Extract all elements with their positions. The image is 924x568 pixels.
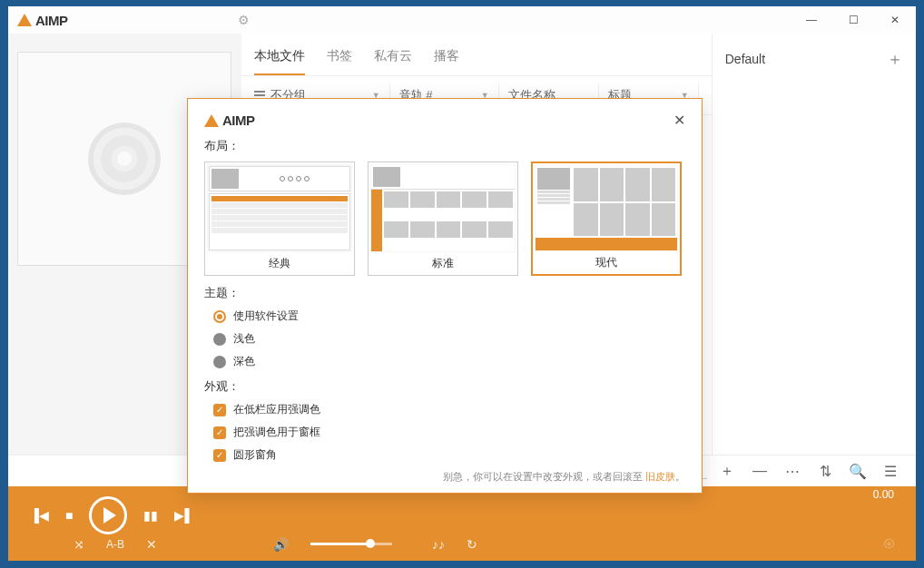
- right-sidebar-header: Default ＋: [725, 48, 903, 70]
- app-name: AIMP: [35, 13, 68, 28]
- appearance-label-0: 在低栏应用强调色: [233, 402, 320, 417]
- dialog-brand: AIMP: [222, 113, 255, 128]
- theme-label-light: 浅色: [233, 331, 255, 347]
- logo-icon: [17, 14, 32, 26]
- layout-option-standard[interactable]: 标准: [368, 162, 518, 276]
- play-icon: [103, 507, 116, 524]
- volume-icon[interactable]: 🔊: [273, 537, 289, 552]
- shuffle-button[interactable]: ⤨: [74, 537, 84, 552]
- player-bar: 0.00 ▐◀ ■ ▮▮ ▶▌ ⤨ A-B ✕ 🔊 ♪♪ ↻ ⦾: [8, 486, 916, 561]
- layout-label-standard: 标准: [370, 252, 516, 273]
- player-controls: ▐◀ ■ ▮▮ ▶▌: [8, 494, 916, 536]
- radio-icon: [213, 310, 226, 323]
- dialog-logo: AIMP: [204, 113, 255, 128]
- appearance-option-accent-bottom[interactable]: ✓在低栏应用强调色: [213, 402, 685, 417]
- logo-icon: [204, 114, 219, 127]
- more-button[interactable]: ⋯: [780, 461, 805, 481]
- theme-section-label: 主题：: [204, 285, 685, 301]
- pause-button[interactable]: ▮▮: [143, 508, 158, 523]
- appearance-option-rounded[interactable]: ✓圆形窗角: [213, 447, 685, 463]
- appearance-label-1: 把强调色用于窗框: [233, 425, 320, 440]
- close-button[interactable]: ✕: [874, 6, 916, 34]
- remove-button[interactable]: —: [747, 461, 772, 481]
- theme-options: 使用软件设置 浅色 深色: [204, 308, 685, 369]
- disc-icon: [88, 122, 161, 195]
- equalizer-button[interactable]: ♪♪: [432, 537, 445, 552]
- tab-local[interactable]: 本地文件: [254, 48, 305, 75]
- left-header: AIMP ⚙: [8, 13, 259, 28]
- dialog-header: AIMP ✕: [204, 112, 685, 129]
- dialog-footer: 别急，你可以在设置中改变外观，或者回滚至 旧皮肤。: [204, 470, 685, 484]
- radio-icon: [213, 356, 226, 368]
- add-button[interactable]: ＋: [714, 461, 740, 481]
- layout-section-label: 布局：: [204, 138, 685, 154]
- layout-preview-classic: [207, 164, 352, 252]
- checkbox-icon: ✓: [213, 426, 226, 439]
- sort-button[interactable]: ⇅: [812, 461, 838, 481]
- footer-suffix: 。: [675, 471, 685, 482]
- volume-thumb[interactable]: [366, 539, 375, 548]
- checkbox-icon: ✓: [213, 404, 226, 416]
- theme-option-light[interactable]: 浅色: [213, 331, 685, 347]
- footer-rollback-link[interactable]: 旧皮肤: [645, 471, 675, 482]
- layout-options: 经典 标准 现代: [204, 162, 685, 276]
- footer-text: 别急，你可以在设置中改变外观，或者回滚至: [443, 471, 643, 482]
- theme-label-dark: 深色: [233, 354, 255, 369]
- play-button[interactable]: [89, 496, 127, 534]
- layout-label-modern: 现代: [535, 251, 678, 272]
- skin-setup-dialog: AIMP ✕ 布局： 经典 标准 现代 主题： 使: [187, 98, 703, 494]
- ab-loop-button[interactable]: A-B: [106, 538, 124, 551]
- add-playlist-button[interactable]: ＋: [887, 48, 903, 70]
- app-logo: AIMP: [17, 13, 68, 28]
- tab-bookmarks[interactable]: 书签: [327, 48, 352, 75]
- cast-icon[interactable]: ⦾: [884, 536, 894, 552]
- repeat-button[interactable]: ↻: [467, 537, 477, 552]
- player-secondary: ⤨ A-B ✕ 🔊 ♪♪ ↻ ⦾: [8, 536, 916, 561]
- menu-button[interactable]: ☰: [878, 461, 903, 481]
- theme-option-system[interactable]: 使用软件设置: [213, 308, 685, 324]
- layout-option-classic[interactable]: 经典: [204, 162, 355, 276]
- appearance-options: ✓在低栏应用强调色 ✓把强调色用于窗框 ✓圆形窗角: [204, 402, 685, 463]
- tab-cloud[interactable]: 私有云: [374, 48, 412, 75]
- layout-preview-modern: [535, 165, 678, 251]
- time-display: 0.00: [873, 488, 894, 501]
- dialog-close-button[interactable]: ✕: [673, 112, 685, 129]
- title-bar: AIMP ⚙ — ☐ ✕: [8, 6, 916, 34]
- radio-icon: [213, 333, 226, 346]
- theme-label-system: 使用软件设置: [233, 308, 299, 324]
- appearance-option-accent-frame[interactable]: ✓把强调色用于窗框: [213, 425, 685, 440]
- prev-button[interactable]: ▐◀: [30, 508, 49, 523]
- volume-slider[interactable]: [310, 543, 392, 545]
- search-button[interactable]: 🔍: [845, 461, 870, 481]
- tabs-row: 本地文件 书签 私有云 播客: [241, 34, 712, 76]
- appearance-label-2: 圆形窗角: [233, 447, 277, 463]
- next-button[interactable]: ▶▌: [174, 508, 193, 523]
- playlist-name: Default: [725, 52, 765, 66]
- tab-podcast[interactable]: 播客: [434, 48, 459, 75]
- minimize-button[interactable]: —: [791, 6, 832, 34]
- layout-preview-standard: [370, 164, 516, 252]
- maximize-button[interactable]: ☐: [832, 6, 874, 34]
- layout-label-classic: 经典: [207, 252, 352, 273]
- stop-button[interactable]: ■: [65, 508, 73, 523]
- theme-option-dark[interactable]: 深色: [213, 354, 685, 369]
- crossfade-button[interactable]: ✕: [146, 537, 157, 552]
- right-sidebar: Default ＋: [712, 34, 916, 455]
- checkbox-icon: ✓: [213, 449, 226, 462]
- appearance-section-label: 外观：: [204, 378, 685, 395]
- layout-option-modern[interactable]: 现代: [531, 162, 682, 276]
- window-controls: — ☐ ✕: [791, 6, 916, 34]
- gear-icon[interactable]: ⚙: [238, 13, 250, 27]
